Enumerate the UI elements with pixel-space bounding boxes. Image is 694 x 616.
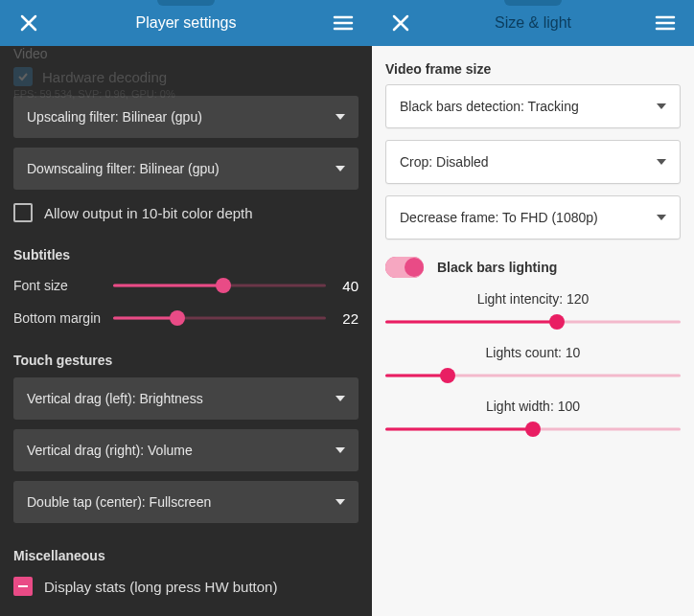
close-icon[interactable]	[383, 6, 418, 40]
bottom-margin-value: 22	[335, 310, 359, 327]
chevron-down-icon	[335, 447, 345, 453]
toggle-switch	[385, 257, 424, 278]
checkbox-label: Display stats (long press HW button)	[44, 579, 277, 595]
chevron-down-icon	[657, 215, 666, 220]
font-size-value: 40	[335, 278, 359, 294]
close-icon[interactable]	[12, 6, 46, 40]
misc-section-title: Miscellaneous	[13, 548, 359, 563]
crop-dropdown[interactable]: Crop: Disabled	[385, 140, 681, 184]
downscaling-dropdown[interactable]: Downscaling filter: Bilinear (gpu)	[13, 148, 359, 190]
right-title: Size & light	[418, 14, 648, 32]
lights-count-slider[interactable]	[385, 366, 681, 385]
bottom-margin-label: Bottom margin	[13, 310, 104, 326]
upscaling-dropdown[interactable]: Upscaling filter: Bilinear (gpu)	[13, 96, 359, 138]
subtitles-section-title: Subtitles	[13, 247, 359, 262]
frame-size-title: Video frame size	[385, 61, 681, 77]
font-size-slider[interactable]	[113, 276, 326, 295]
dropdown-label: Vertical drag (right): Volume	[27, 443, 193, 458]
faded-background-content: Video Hardware decoding FPS: 59.534, SVP…	[13, 46, 359, 100]
chevron-down-icon	[335, 166, 345, 171]
dropdown-label: Vertical drag (left): Brightness	[27, 391, 203, 406]
light-width-label: Light width: 100	[385, 399, 681, 414]
left-header: Player settings	[0, 0, 372, 46]
touch-section-title: Touch gestures	[13, 353, 359, 368]
chevron-down-icon	[657, 103, 666, 109]
vertical-drag-right-dropdown[interactable]: Vertical drag (right): Volume	[13, 429, 359, 471]
size-light-panel: Size & light Video frame size Black bars…	[372, 0, 694, 616]
double-tap-dropdown[interactable]: Double tap (center): Fullscreen	[13, 481, 359, 523]
chevron-down-icon	[335, 499, 345, 505]
left-title: Player settings	[46, 14, 326, 32]
right-header: Size & light	[372, 0, 694, 46]
dropdown-label: Crop: Disabled	[400, 154, 489, 170]
toggle-label: Black bars lighting	[437, 260, 557, 275]
lights-count-label: Lights count: 10	[385, 345, 681, 360]
chevron-down-icon	[335, 114, 345, 120]
decrease-frame-dropdown[interactable]: Decrease frame: To FHD (1080p)	[385, 195, 681, 240]
black-bars-dropdown[interactable]: Black bars detection: Tracking	[385, 84, 681, 128]
notch	[157, 0, 215, 6]
chevron-down-icon	[657, 159, 666, 165]
allow-10bit-checkbox[interactable]: Allow output in 10-bit color depth	[13, 203, 359, 222]
dropdown-label: Double tap (center): Fullscreen	[27, 494, 211, 510]
black-bars-lighting-toggle[interactable]: Black bars lighting	[385, 257, 681, 278]
notch	[504, 0, 562, 6]
font-size-label: Font size	[13, 278, 104, 293]
light-intensity-slider[interactable]	[385, 312, 681, 331]
dropdown-label: Upscaling filter: Bilinear (gpu)	[27, 109, 202, 125]
menu-icon[interactable]	[326, 6, 360, 40]
menu-icon[interactable]	[648, 6, 682, 40]
display-stats-checkbox[interactable]: Display stats (long press HW button)	[13, 577, 359, 596]
player-settings-panel: Player settings Video Hardware decoding …	[0, 0, 372, 616]
checkbox-checked-icon	[13, 577, 33, 596]
bottom-margin-slider[interactable]	[113, 308, 326, 328]
dropdown-label: Black bars detection: Tracking	[400, 99, 579, 114]
light-intensity-label: Light intencity: 120	[385, 291, 681, 307]
light-width-slider[interactable]	[385, 420, 681, 439]
checkbox-label: Allow output in 10-bit color depth	[44, 205, 253, 221]
dropdown-label: Decrease frame: To FHD (1080p)	[400, 210, 598, 225]
dropdown-label: Downscaling filter: Bilinear (gpu)	[27, 161, 220, 176]
checkbox-icon	[13, 203, 33, 222]
chevron-down-icon	[335, 396, 345, 401]
vertical-drag-left-dropdown[interactable]: Vertical drag (left): Brightness	[13, 377, 359, 420]
